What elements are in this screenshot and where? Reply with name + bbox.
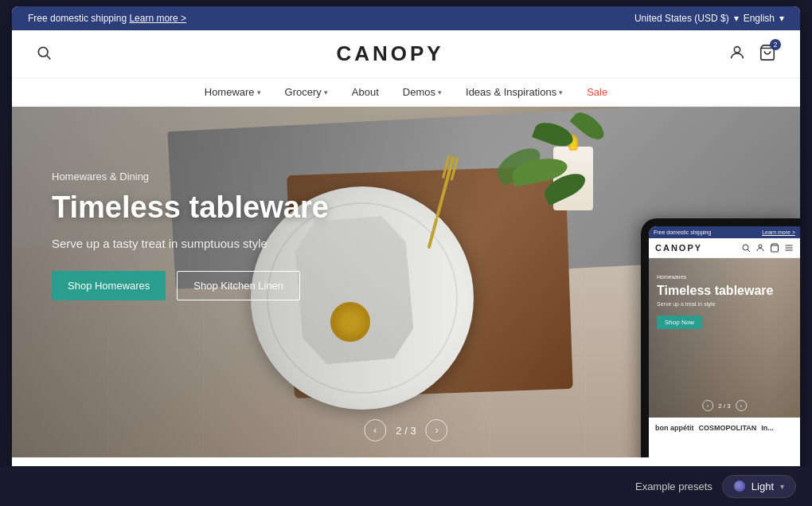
language-chevron: ▾ <box>779 13 784 24</box>
hero-section: Homewares & Dining Timeless tableware Se… <box>12 107 800 457</box>
nav-item-about[interactable]: About <box>352 86 379 98</box>
chevron-down-icon: ▾ <box>780 482 784 491</box>
hero-category: Homewares & Dining <box>52 171 329 182</box>
mobile-shop-now-button[interactable]: Shop Now <box>657 316 702 329</box>
brand-bon-appetit: bon appétit <box>655 424 694 432</box>
mobile-menu-icon[interactable] <box>784 243 794 253</box>
chevron-down-icon: ▾ <box>438 88 442 96</box>
svg-line-1 <box>47 55 51 59</box>
nav-item-ideas[interactable]: Ideas & Inspirations ▾ <box>466 86 563 98</box>
svg-point-2 <box>734 46 740 52</box>
shop-homewares-button[interactable]: Shop Homewares <box>52 271 166 300</box>
brand-cosmopolitan: COSMOPOLITAN <box>699 424 757 432</box>
announcement-bar: Free domestic shipping Learn more > Unit… <box>12 6 800 30</box>
site-logo[interactable]: CANOPY <box>52 41 728 66</box>
cart-badge: 2 <box>770 39 781 50</box>
slider-prev-button[interactable]: ‹ <box>364 419 386 441</box>
cart-icon[interactable]: 2 <box>759 44 776 65</box>
mobile-hero-title: Timeless tableware <box>657 283 773 298</box>
mobile-slider-next[interactable]: › <box>736 400 747 411</box>
chevron-down-icon: ▾ <box>257 88 261 96</box>
hero-buttons: Shop Homewares Shop Kitchen Linen <box>52 271 329 300</box>
preset-selector[interactable]: Light ▾ <box>722 475 796 498</box>
mobile-device-preview: Free domestic shipping Learn more > CANO… <box>641 218 800 457</box>
mobile-brands-bar: bon appétit COSMOPOLITAN In... <box>649 418 800 438</box>
hero-title: Timeless tableware <box>52 190 329 226</box>
announcement-link[interactable]: Learn more > <box>129 13 186 24</box>
mobile-hero-subtitle: Serve up a treat in style <box>657 301 773 307</box>
search-icon[interactable] <box>36 45 52 64</box>
svg-point-8 <box>743 245 748 250</box>
hero-content: Homewares & Dining Timeless tableware Se… <box>52 171 329 300</box>
svg-point-10 <box>759 245 762 248</box>
language-label[interactable]: English <box>744 13 775 24</box>
account-icon[interactable] <box>728 44 746 65</box>
hero-subtitle: Serve up a tasty treat in sumptuous styl… <box>52 237 329 250</box>
mobile-announcement-bar: Free domestic shipping Learn more > <box>649 226 800 238</box>
chevron-down-icon: ▾ <box>324 88 328 96</box>
announcement-text: Free domestic shipping <box>28 13 127 24</box>
nav-item-demos[interactable]: Demos ▾ <box>403 86 442 98</box>
region-label: United States (USD $) <box>634 13 729 24</box>
main-nav: Homeware ▾ Grocery ▾ About Demos ▾ Ideas… <box>12 78 800 107</box>
mobile-account-icon[interactable] <box>755 243 765 253</box>
chevron-down-icon: ▾ <box>559 88 563 96</box>
preset-color-dot <box>734 481 745 492</box>
brand-more: In... <box>761 424 774 432</box>
nav-item-grocery[interactable]: Grocery ▾ <box>285 86 328 98</box>
mobile-slider-controls: ‹ 2 / 3 › <box>702 400 747 411</box>
mobile-logo: CANOPY <box>655 243 702 253</box>
mobile-slider-prev[interactable]: ‹ <box>702 400 713 411</box>
mobile-search-icon[interactable] <box>741 243 751 253</box>
presets-label: Example presets <box>635 481 712 492</box>
preset-name: Light <box>751 481 774 492</box>
slider-count: 2 / 3 <box>396 425 416 437</box>
mobile-header-icons <box>741 243 794 253</box>
nav-item-homeware[interactable]: Homeware ▾ <box>205 86 261 98</box>
mobile-slide-count: 2 / 3 <box>718 402 731 410</box>
mobile-header: CANOPY <box>649 238 800 258</box>
region-chevron: ▾ <box>734 13 739 24</box>
svg-line-9 <box>748 249 750 252</box>
svg-point-0 <box>38 47 48 57</box>
slider-next-button[interactable]: › <box>426 419 448 441</box>
mobile-cart-icon[interactable] <box>770 243 779 253</box>
slider-controls: ‹ 2 / 3 › <box>364 419 447 441</box>
bottom-toolbar: Example presets Light ▾ <box>0 466 812 506</box>
nav-item-sale[interactable]: Sale <box>587 86 607 98</box>
browser-frame: Free domestic shipping Learn more > Unit… <box>12 6 800 492</box>
mobile-screen: Free domestic shipping Learn more > CANO… <box>649 226 800 457</box>
site-header: CANOPY 2 <box>12 30 800 78</box>
mobile-hero-background: Homewares Timeless tableware Serve up a … <box>649 258 800 418</box>
mobile-hero-content: Homewares Timeless tableware Serve up a … <box>657 274 773 329</box>
shop-linen-button[interactable]: Shop Kitchen Linen <box>177 271 300 300</box>
mobile-hero-category: Homewares <box>657 274 773 280</box>
